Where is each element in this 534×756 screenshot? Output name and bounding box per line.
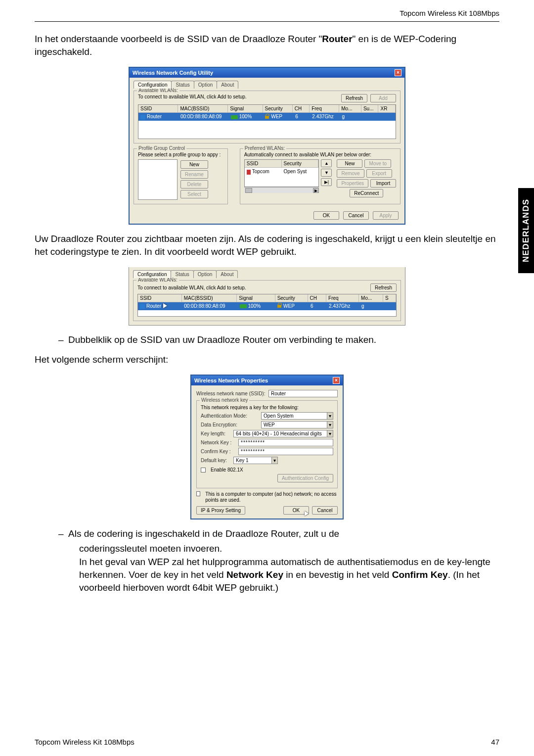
col-signal[interactable]: Signal (228, 105, 263, 113)
col-ssid[interactable]: SSID (138, 105, 178, 113)
preferred-row-topcom[interactable]: Topcom Open Syst (245, 168, 319, 175)
col2-s[interactable]: S (383, 294, 396, 302)
col2-mode[interactable]: Mo... (359, 294, 383, 302)
col2-mac[interactable]: MAC(BSSID) (182, 294, 237, 302)
tab2-about[interactable]: About (216, 270, 238, 278)
cell2-mac: 00:0D:88:80:A8:09 (182, 302, 237, 310)
col-mode[interactable]: Mo... (339, 105, 361, 113)
pref-col-security[interactable]: Security (282, 160, 319, 167)
tab-option[interactable]: Option (194, 81, 217, 89)
move-up-button[interactable]: ▲ (321, 159, 332, 167)
move-out-button[interactable]: ▶| (321, 178, 332, 186)
tab2-configuration[interactable]: Configuration (133, 270, 171, 278)
col-su[interactable]: Su... (361, 105, 379, 113)
bullet-dash-2: – (58, 527, 68, 540)
tab-strip-2: Configuration Status Option About (129, 267, 405, 278)
col2-ch[interactable]: CH (308, 294, 326, 302)
ok-button-3[interactable]: OK (283, 506, 309, 515)
pref-col-ssid[interactable]: SSID (245, 160, 282, 167)
pref-cell-security: Open Syst (282, 168, 319, 175)
col2-ssid[interactable]: SSID (138, 294, 182, 302)
pref-properties-button[interactable]: Properties (337, 179, 368, 188)
wlan-list-header-2: SSID MAC(BSSID) Signal Security CH Freq … (138, 294, 396, 302)
col-mac[interactable]: MAC(BSSID) (178, 105, 228, 113)
dialog3-titlebar: Wireless Network Properties × (191, 376, 343, 385)
cancel-button[interactable]: Cancel (343, 211, 369, 220)
tab2-option[interactable]: Option (193, 270, 217, 278)
network-key-input[interactable]: ********** (238, 439, 333, 446)
intro-paragraph: In het onderstaande voorbeeld is de SSID… (35, 33, 499, 58)
enable-8021x-checkbox[interactable] (201, 468, 206, 472)
bullet-2-line1: Als de codering is ingeschakeld in de Dr… (68, 528, 339, 539)
pref-remove-button[interactable]: Remove (337, 169, 364, 178)
col-freq[interactable]: Freq (310, 105, 339, 113)
bullet-1-text: Dubbelklik op de SSID van uw Draadloze R… (68, 334, 376, 345)
move-down-button[interactable]: ▼ (321, 169, 332, 177)
refresh-button[interactable]: Refresh (341, 94, 367, 102)
preferred-list[interactable]: SSID Security Topcom Open Syst (244, 159, 319, 187)
chevron-down-icon: ▾ (327, 413, 333, 419)
pref-new-button[interactable]: New (337, 159, 362, 168)
pref-import-button[interactable]: Import (370, 179, 396, 188)
profile-group-label: Profile Group Control (137, 145, 186, 151)
auth-mode-select[interactable]: Open System▾ (261, 412, 333, 420)
language-tab: NEDERLANDS (518, 188, 534, 273)
ssid-input[interactable]: Router (268, 390, 338, 397)
ip-proxy-button[interactable]: IP & Proxy Setting (196, 506, 245, 515)
close-icon[interactable]: × (395, 69, 401, 76)
key-note: This network requires a key for the foll… (201, 405, 333, 410)
wlan-list-header: SSID MAC(BSSID) Signal Security CH Freq … (138, 105, 396, 113)
info-icon (140, 115, 145, 120)
preferred-note: Automatically connect to available WLAN … (244, 152, 396, 157)
bullet-2-line2: coderingssleutel moeten invoeren. (79, 542, 499, 555)
default-key-select[interactable]: Key 1▾ (233, 457, 278, 464)
data-enc-select[interactable]: WEP▾ (261, 421, 333, 428)
wlan-row-router-2[interactable]: Router 00:0D:88:80:A8:09 100% WEP 6 2.43… (138, 302, 396, 310)
scrollbar-thumb[interactable] (245, 188, 252, 193)
col2-freq[interactable]: Freq (326, 294, 359, 302)
cell2-security: WEP (283, 303, 295, 309)
tab-about[interactable]: About (217, 81, 238, 89)
data-enc-value: WEP (264, 422, 275, 427)
cell-ch: 6 (293, 113, 310, 120)
key-length-select[interactable]: 64 bits (40+24) - 10 Hexadecimal digits▾ (233, 430, 333, 437)
auth-mode-value: Open System (264, 413, 294, 419)
wlan-list[interactable]: SSID MAC(BSSID) Signal Security CH Freq … (138, 104, 396, 139)
tab-strip: Configuration Status Option About (130, 78, 404, 89)
ok-button[interactable]: OK (313, 211, 339, 220)
confirm-key-input[interactable]: ********** (238, 448, 333, 455)
add-button[interactable]: Add (370, 94, 396, 102)
wlan-row-router[interactable]: Router 00:0D:88:80:A8:09 100% WEP 6 2.43… (138, 113, 396, 120)
col2-security[interactable]: Security (275, 294, 308, 302)
col-xr[interactable]: XR (378, 105, 396, 113)
refresh-button-2[interactable]: Refresh (370, 284, 397, 292)
profile-select-button[interactable]: Select (180, 190, 208, 198)
cell2-ssid: Router (146, 303, 161, 309)
chevron-down-icon-4: ▾ (271, 457, 277, 464)
auth-config-button[interactable]: Authentication Config (277, 474, 333, 482)
pref-moveto-button[interactable]: Move to (364, 159, 391, 168)
cell-ssid: Router (147, 114, 162, 119)
scrollbar-right-arrow-icon[interactable]: ▶ (313, 188, 319, 193)
pref-cell-ssid: Topcom (252, 169, 269, 174)
paragraph-2: Uw Draadloze Router zou zichtbaar moeten… (35, 233, 499, 258)
col-ch[interactable]: CH (293, 105, 310, 113)
tab-configuration[interactable]: Configuration (134, 81, 172, 89)
wlan-list-2[interactable]: SSID MAC(BSSID) Signal Security CH Freq … (137, 294, 397, 317)
profile-delete-button[interactable]: Delete (180, 180, 208, 189)
col2-signal[interactable]: Signal (237, 294, 275, 302)
pref-export-button[interactable]: Export (366, 169, 392, 178)
profile-list[interactable] (138, 159, 178, 200)
cell-mac: 00:0D:88:80:A8:09 (178, 113, 229, 120)
data-enc-label: Data Encryption: (201, 422, 258, 427)
col-security[interactable]: Security (263, 105, 293, 113)
preferred-scrollbar[interactable]: ▶ (244, 187, 319, 193)
cancel-button-3[interactable]: Cancel (312, 506, 338, 515)
apply-button[interactable]: Apply (373, 211, 399, 220)
profile-new-button[interactable]: New (180, 160, 208, 169)
profile-rename-button[interactable]: Rename (180, 170, 208, 179)
pref-reconnect-button[interactable]: ReConnect (350, 189, 383, 197)
adhoc-checkbox[interactable] (196, 491, 200, 496)
close-icon-3[interactable]: × (333, 377, 340, 384)
bullet-2-para: In het geval van WEP zal het hulpprogram… (79, 556, 499, 594)
